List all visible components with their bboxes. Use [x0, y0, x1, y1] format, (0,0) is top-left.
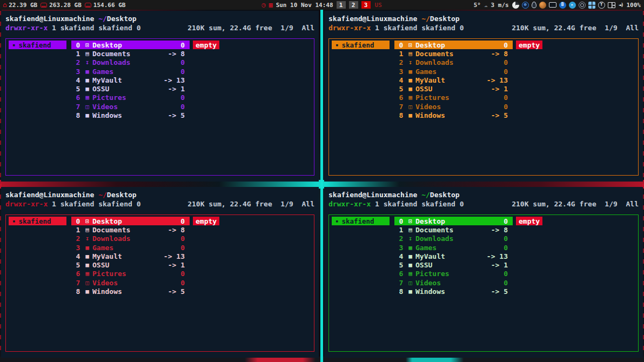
file-detail: 0: [180, 58, 190, 67]
row-index: 4: [74, 76, 82, 85]
file-row[interactable]: 2↧Downloads0: [71, 234, 190, 243]
droplet-tray-icon[interactable]: [532, 2, 536, 8]
permissions: drwxr-xr-x: [328, 199, 371, 209]
memory-stat[interactable]: ⌂ 22.39 GB: [3, 2, 37, 9]
bluetooth-tray-icon[interactable]: B: [559, 2, 566, 9]
file-row[interactable]: 0⊡Desktop0: [394, 41, 513, 49]
file-row[interactable]: 6▦Pictures0: [394, 270, 513, 278]
telegram-tray-icon[interactable]: ▸: [569, 2, 576, 9]
empty-preview-badge: empty: [516, 217, 542, 225]
file-row[interactable]: 8■Windows-> 5: [394, 111, 513, 119]
file-name: Pictures: [92, 269, 180, 278]
terminal-title-line: skafiend@Linuxmachine ~/Desktop: [5, 14, 314, 23]
file-row[interactable]: 8■Windows-> 5: [394, 287, 513, 296]
file-row[interactable]: 2↧Downloads0: [394, 58, 513, 67]
file-row[interactable]: 1▤Documents-> 8: [71, 225, 190, 234]
image-icon: ▦: [82, 93, 92, 102]
row-index: 6: [74, 93, 82, 102]
terminal-title-line: skafiend@Linuxmachine ~/Desktop: [328, 14, 639, 23]
workspace-2[interactable]: 2: [349, 1, 358, 9]
file-list: 0⊡Desktop01▤Documents-> 82↧Downloads03■G…: [71, 41, 190, 120]
file-row[interactable]: 6▦Pictures0: [71, 93, 190, 102]
parent-dir-tab[interactable]: ▪skafiend: [332, 217, 390, 225]
temperature: 5°: [474, 2, 481, 9]
file-detail: -> 5: [491, 287, 513, 296]
file-row[interactable]: 2↧Downloads0: [394, 234, 513, 243]
file-detail: -> 1: [168, 260, 190, 270]
terminal-status-line: drwxr-xr-x 1 skafiend skafiend 0210K sum…: [328, 23, 639, 32]
row-index: 6: [397, 93, 405, 102]
document-icon: ▤: [405, 225, 415, 234]
file-row[interactable]: 6▦Pictures0: [71, 270, 190, 278]
file-row[interactable]: 1▤Documents-> 8: [394, 225, 513, 234]
file-row[interactable]: 4■MyVault-> 13: [394, 76, 513, 84]
disk-stat-2[interactable]: 154.66 GB: [85, 2, 126, 9]
disk-value-2: 154.66 GB: [93, 2, 126, 9]
parent-dir-tab[interactable]: ▪skafiend: [9, 41, 66, 49]
file-row[interactable]: 7◫Videos0: [394, 102, 513, 111]
keyboard-layout[interactable]: US: [375, 2, 382, 9]
disk-usage-status: 210K sum, 22.4G free 1/9 All: [512, 199, 639, 209]
wheel-tray-icon[interactable]: Y: [598, 2, 605, 9]
file-row[interactable]: 5■OSSU-> 1: [394, 84, 513, 93]
parent-dir-tab[interactable]: ▪skafiend: [9, 217, 66, 225]
file-row[interactable]: 4■MyVault-> 13: [71, 76, 190, 84]
folder-icon: ■: [82, 67, 92, 76]
speaker-icon[interactable]: ◄): [619, 2, 623, 8]
folder-icon: ■: [82, 287, 92, 296]
disk-stat-1[interactable]: 263.28 GB: [41, 2, 82, 9]
file-name: Videos: [415, 102, 504, 111]
workspace-1[interactable]: 1: [337, 1, 346, 9]
file-row[interactable]: 3■Games0: [71, 243, 190, 252]
windows-tray-icon[interactable]: [588, 2, 595, 9]
calendar-icon: ▦: [269, 2, 272, 8]
path-name: Desktop: [107, 191, 137, 199]
file-detail: 0: [504, 278, 513, 287]
file-row[interactable]: 0⊡Desktop0: [394, 217, 513, 225]
file-row[interactable]: 3■Games0: [394, 67, 513, 76]
file-row[interactable]: 8■Windows-> 5: [71, 287, 190, 296]
file-detail: -> 5: [491, 111, 513, 120]
disk-usage-status: 210K sum, 22.4G free 1/9 All: [187, 199, 314, 209]
video-icon: ◫: [405, 102, 415, 111]
file-row[interactable]: 4■MyVault-> 13: [394, 252, 513, 260]
file-row[interactable]: 5■OSSU-> 1: [394, 260, 513, 269]
file-row[interactable]: 3■Games0: [394, 243, 513, 252]
parent-dir-tab[interactable]: ▪skafiend: [332, 41, 390, 49]
file-row[interactable]: 1▤Documents-> 8: [394, 49, 513, 58]
file-detail: -> 1: [168, 84, 190, 93]
workspace-3[interactable]: 3: [361, 1, 371, 9]
terminal-window-top-left: skafiend@Linuxmachine ~/Desktop drwxr-xr…: [1, 11, 319, 182]
document-icon: ▤: [405, 49, 415, 58]
file-name: Pictures: [92, 93, 180, 102]
file-detail: -> 8: [491, 225, 513, 234]
file-row[interactable]: 0⊡Desktop0: [71, 217, 190, 225]
tiling-tray-icon[interactable]: [608, 2, 615, 8]
datetime[interactable]: Sun 10 Nov 14:48: [276, 2, 333, 9]
terminal-window-bottom-left: skafiend@Linuxmachine ~/Desktop drwxr-xr…: [1, 187, 319, 358]
record-tray-icon[interactable]: [579, 2, 586, 9]
firefox-tray-icon[interactable]: [539, 2, 546, 9]
display-tray-icon[interactable]: [549, 2, 556, 8]
file-row[interactable]: 7◫Videos0: [71, 102, 190, 111]
terminal-status-line: drwxr-xr-x 1 skafiend skafiend 0210K sum…: [328, 199, 639, 209]
pie-tray-icon[interactable]: [512, 2, 519, 9]
row-index: 4: [397, 76, 405, 85]
file-row[interactable]: 4■MyVault-> 13: [71, 252, 190, 260]
file-row[interactable]: 1▤Documents-> 8: [71, 49, 190, 58]
file-row[interactable]: 6▦Pictures0: [394, 93, 513, 102]
file-detail: -> 5: [168, 111, 190, 120]
file-row[interactable]: 2↧Downloads0: [71, 58, 190, 67]
file-row[interactable]: 7◫Videos0: [394, 278, 513, 287]
file-row[interactable]: 3■Games0: [71, 67, 190, 76]
file-row[interactable]: 5■OSSU-> 1: [71, 260, 190, 269]
globe-tray-icon[interactable]: ⊕: [522, 2, 529, 9]
row-index: 1: [74, 225, 82, 234]
file-row[interactable]: 5■OSSU-> 1: [71, 84, 190, 93]
file-detail: 0: [504, 243, 513, 252]
file-row[interactable]: 7◫Videos0: [71, 278, 190, 287]
file-row[interactable]: 8■Windows-> 5: [71, 111, 190, 119]
document-icon: ▤: [82, 49, 92, 58]
file-row[interactable]: 0⊡Desktop0: [71, 41, 190, 49]
system-stats: ⌂ 22.39 GB 263.28 GB 154.66 GB: [0, 2, 261, 9]
